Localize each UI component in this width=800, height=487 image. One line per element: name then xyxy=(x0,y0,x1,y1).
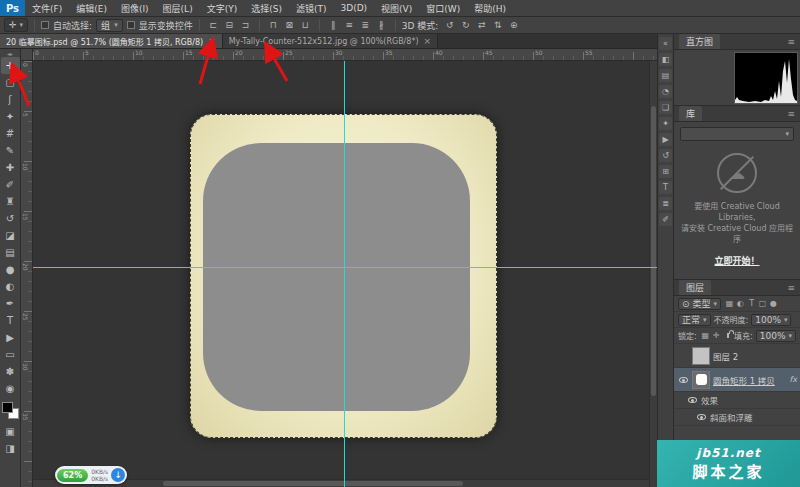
info-panel-icon[interactable]: ✦ xyxy=(659,117,672,130)
actions-panel-icon[interactable]: ▶ xyxy=(659,133,672,146)
filter-shape-layers-icon[interactable]: ▢ xyxy=(757,298,768,310)
layer-thumbnail[interactable] xyxy=(692,371,710,389)
color-panel-icon[interactable]: ◧ xyxy=(659,53,672,66)
toolbar-grip[interactable]: ◂▸ xyxy=(7,49,13,57)
opacity-select[interactable]: 100% ▾ xyxy=(751,314,791,326)
menu-item-3[interactable]: 图像(I) xyxy=(114,0,156,16)
visibility-eye-icon[interactable] xyxy=(686,397,698,403)
fill-select[interactable]: 100% ▾ xyxy=(756,330,796,342)
visibility-eye-icon[interactable] xyxy=(677,377,689,383)
tool-brush[interactable]: ✐ xyxy=(1,176,20,193)
tool-rectangular-marquee[interactable]: ▢ xyxy=(1,74,20,91)
properties-panel-icon[interactable]: ⊞ xyxy=(659,165,672,178)
layer-row-2[interactable]: 圆角矩形 1 拷贝fx xyxy=(674,368,800,392)
layer-name[interactable]: 图层 2 xyxy=(713,350,738,362)
tab-document-1[interactable]: 20 临摹图标.psd @ 51.7% (圆角矩形 1 拷贝, RGB/8) × xyxy=(0,34,223,48)
history-panel-icon[interactable]: ↺ xyxy=(659,149,672,162)
distribute-spacing-icon[interactable]: ≣ xyxy=(358,18,373,32)
menu-item-1[interactable]: 文件(F) xyxy=(25,0,69,16)
tool-move[interactable]: ✛ xyxy=(1,57,20,74)
menu-item-10[interactable]: 窗口(W) xyxy=(419,0,467,16)
3d-rotate-icon[interactable]: ↺ xyxy=(442,18,457,32)
3d-drag-icon[interactable]: ⇄ xyxy=(474,18,489,32)
menu-item-2[interactable]: 编辑(E) xyxy=(69,0,114,16)
blend-mode-select[interactable]: 正常 ▾ xyxy=(678,314,711,326)
tool-quick-mask-mode[interactable]: ▣ xyxy=(1,423,20,440)
menu-item-4[interactable]: 图层(L) xyxy=(156,0,200,16)
menu-item-9[interactable]: 视图(V) xyxy=(374,0,419,16)
menu-item-7[interactable]: 滤镜(T) xyxy=(289,0,334,16)
tab-layers[interactable]: 图层 xyxy=(679,280,711,295)
filter-smart-objects-icon[interactable]: ● xyxy=(768,298,779,310)
auto-align-layers-icon[interactable]: ∦ xyxy=(374,18,389,32)
filter-pixel-layers-icon[interactable]: ▦ xyxy=(724,298,735,310)
styles-panel-icon[interactable]: ❏ xyxy=(659,101,672,114)
tab-document-2[interactable]: My-Tally-Counter-512x512.jpg @ 100%(RGB/… xyxy=(223,34,438,48)
3d-roll-icon[interactable]: ↻ xyxy=(458,18,473,32)
tool-eyedropper[interactable]: ✎ xyxy=(1,142,20,159)
lock-transparent-pixels-icon[interactable]: ▦ xyxy=(700,330,711,342)
horizontal-scrollbar-thumb[interactable] xyxy=(163,481,463,486)
layer-thumbnail[interactable] xyxy=(692,347,710,365)
show-transform-checkbox[interactable] xyxy=(127,21,135,29)
tool-dodge[interactable]: ◐ xyxy=(1,278,20,295)
panel-menu-icon[interactable]: ≡ xyxy=(787,283,795,293)
foreground-color-swatch[interactable] xyxy=(2,402,13,413)
distribute-vertical-icon[interactable]: ≡ xyxy=(342,18,357,32)
panel-menu-icon[interactable]: ≡ xyxy=(787,109,795,119)
brush-settings-panel-icon[interactable]: ✐ xyxy=(659,213,672,226)
layer-name[interactable]: 效果 xyxy=(701,394,718,406)
layer-name[interactable]: 圆角矩形 1 拷贝 xyxy=(713,374,775,386)
download-pill[interactable]: 62% 0KB/s 0KB/s ↓ xyxy=(55,466,127,484)
ruler-origin-corner[interactable] xyxy=(21,49,33,61)
collapse-panels-icon[interactable]: « xyxy=(659,37,672,50)
layer-row-4[interactable]: 斜面和浮雕 xyxy=(674,409,800,426)
align-top-edges-icon[interactable]: ⊓ xyxy=(266,18,281,32)
align-bottom-edges-icon[interactable]: ⊔ xyxy=(298,18,313,32)
align-right-edges-icon[interactable]: ⊐ xyxy=(238,18,253,32)
tool-history-brush[interactable]: ↺ xyxy=(1,210,20,227)
filter-adjustment-layers-icon[interactable]: ◐ xyxy=(735,298,746,310)
menu-item-8[interactable]: 3D(D) xyxy=(333,0,374,16)
layer-row-1[interactable]: 图层 2 xyxy=(674,344,800,368)
vertical-scrollbar[interactable] xyxy=(649,61,657,487)
character-panel-icon[interactable]: T xyxy=(659,181,672,194)
tool-zoom[interactable]: ◉ xyxy=(1,380,20,397)
3d-slide-icon[interactable]: ⇅ xyxy=(490,18,505,32)
distribute-horizontal-icon[interactable]: ∥ xyxy=(326,18,341,32)
fx-badge[interactable]: fx xyxy=(789,375,797,384)
swatches-panel-icon[interactable]: ▤ xyxy=(659,69,672,82)
tab-libraries[interactable]: 库 xyxy=(679,106,702,121)
auto-select-dropdown[interactable]: 组 ▾ xyxy=(96,19,123,32)
tool-blur[interactable]: ● xyxy=(1,261,20,278)
align-horizontal-centers-icon[interactable]: ⊟ xyxy=(222,18,237,32)
lock-all-icon[interactable] xyxy=(727,333,729,338)
tool-gradient[interactable]: ▤ xyxy=(1,244,20,261)
adjustments-panel-icon[interactable]: ◔ xyxy=(659,85,672,98)
tool-path-selection[interactable]: ▶ xyxy=(1,329,20,346)
tool-eraser[interactable]: ◪ xyxy=(1,227,20,244)
layer-name[interactable]: 斜面和浮雕 xyxy=(710,411,753,423)
menu-item-11[interactable]: 帮助(H) xyxy=(467,0,513,16)
horizontal-ruler[interactable]: 0510152025303540455055 xyxy=(33,49,657,61)
tool-quick-selection[interactable]: ✦ xyxy=(1,108,20,125)
3d-scale-icon[interactable]: ⊕ xyxy=(506,18,521,32)
canvas[interactable] xyxy=(33,61,657,487)
tab-histogram[interactable]: 直方图 xyxy=(679,34,720,49)
vertical-ruler[interactable]: 05101520253035 xyxy=(21,61,33,487)
filter-type-layers-icon[interactable]: T xyxy=(746,298,757,310)
tool-clone-stamp[interactable]: ♜ xyxy=(1,193,20,210)
tool-rectangle[interactable]: ▭ xyxy=(1,346,20,363)
panel-menu-icon[interactable]: ≡ xyxy=(787,37,795,47)
tool-crop[interactable]: # xyxy=(1,125,20,142)
layer-row-3[interactable]: 效果 xyxy=(674,392,800,409)
close-icon[interactable]: × xyxy=(208,36,216,46)
auto-select-checkbox[interactable] xyxy=(41,21,49,29)
lock-position-icon[interactable]: ✛ xyxy=(711,330,722,342)
menu-item-6[interactable]: 选择(S) xyxy=(244,0,289,16)
library-dropdown[interactable]: ▾ xyxy=(680,127,794,141)
get-started-link[interactable]: 立即开始！ xyxy=(714,254,759,267)
download-icon[interactable]: ↓ xyxy=(111,468,125,482)
tool-pen[interactable]: ✒ xyxy=(1,295,20,312)
align-left-edges-icon[interactable]: ⊏ xyxy=(206,18,221,32)
